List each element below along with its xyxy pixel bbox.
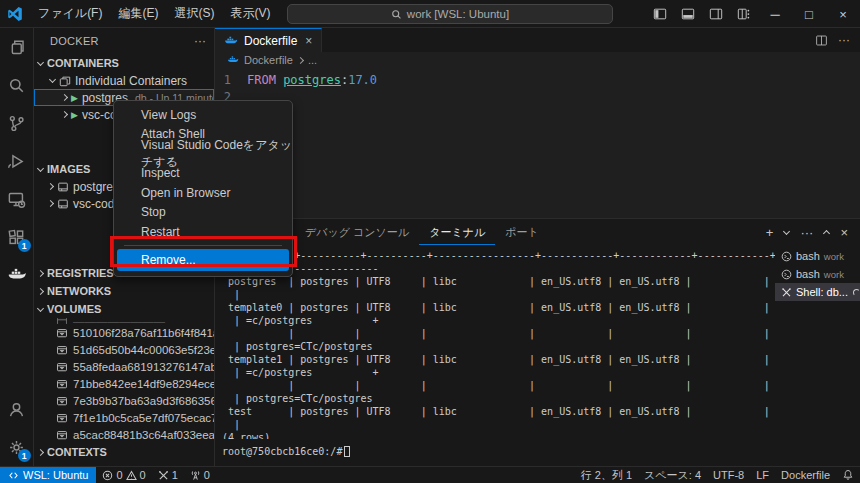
menu-view[interactable]: 表示(V) — [222, 3, 278, 25]
panel-tab-ports[interactable]: ポート — [495, 219, 549, 245]
notifications-bell-icon[interactable] — [836, 467, 860, 483]
run-debug-icon[interactable] — [0, 142, 34, 180]
eol-indicator[interactable]: LF — [750, 467, 775, 483]
toggle-sidebar-icon[interactable] — [646, 0, 674, 28]
volume-icon — [56, 327, 68, 339]
menu-item-attach-vscode[interactable]: Visual Studio Codeをアタッチする — [114, 144, 292, 164]
tree-item-volume[interactable]: 510106f28a76af11b6f4f841a5ec... — [34, 324, 214, 341]
chevron-right-icon — [37, 287, 44, 294]
settings-gear-icon[interactable]: 1 — [0, 428, 34, 466]
image-icon — [57, 181, 69, 193]
section-networks[interactable]: NETWORKS — [34, 282, 214, 300]
terminal-list-item-bash-1[interactable]: bash work — [775, 247, 860, 265]
indentation-indicator[interactable]: スペース: 4 — [638, 467, 707, 483]
container-group-icon — [59, 75, 71, 87]
chevron-right-icon — [61, 111, 68, 118]
sidebar-title: DOCKER — [50, 35, 194, 47]
toggle-secondary-sidebar-icon[interactable] — [702, 0, 730, 28]
bash-terminal-icon — [781, 269, 792, 280]
maximize-panel-icon[interactable] — [823, 230, 830, 237]
chevron-right-icon — [297, 56, 304, 63]
menu-file[interactable]: ファイル(F) — [30, 3, 110, 25]
account-icon[interactable] — [0, 390, 34, 428]
tree-item-volume-clipped[interactable]: ———————— — [34, 318, 214, 324]
chevron-right-icon — [37, 269, 44, 276]
menu-selection[interactable]: 選択(S) — [166, 3, 222, 25]
search-text: work [WSL: Ubuntu] — [407, 8, 509, 20]
chevron-down-icon — [37, 164, 44, 171]
tree-item-volume[interactable]: 51d65d50b44c00063e5f23ef84c... — [34, 341, 214, 358]
source-control-icon[interactable] — [0, 104, 34, 142]
panel-more-icon[interactable]: ··· — [800, 225, 813, 240]
extensions-icon[interactable]: 1 — [0, 218, 34, 256]
settings-badge: 1 — [18, 449, 31, 462]
code-image-link[interactable]: postgres — [283, 73, 341, 87]
tab-close-icon[interactable]: × — [305, 34, 312, 48]
image-icon — [57, 198, 69, 210]
ports-indicator[interactable]: 0 — [184, 467, 216, 483]
section-contexts[interactable]: CONTEXTS — [34, 443, 214, 461]
tree-item-volume[interactable]: a5cac88481b3c64af033eeacc0e... — [34, 426, 214, 443]
encoding-indicator[interactable]: UTF-8 — [707, 467, 750, 483]
tree-item-volume[interactable]: 7e3b9b37ba63a9d3f686356050... — [34, 392, 214, 409]
window-close-button[interactable]: × — [826, 0, 860, 28]
statusbar: WSL: Ubuntu 0 0 1 0 行 2、列 1 スペース — [0, 466, 860, 483]
terminal-output[interactable]: ------------+----------+----------+-----… — [215, 245, 775, 439]
search-view-icon[interactable] — [0, 66, 34, 104]
panel-tab-terminal[interactable]: ターミナル — [419, 219, 495, 245]
volume-icon — [56, 429, 68, 441]
tree-item-volume[interactable]: 55a8fedaa681913276147ab9e4... — [34, 358, 214, 375]
remote-icon — [8, 470, 19, 481]
line-col-indicator[interactable]: 行 2、列 1 — [575, 467, 638, 483]
warning-icon — [126, 470, 137, 481]
window-maximize-button[interactable]: □ — [792, 0, 826, 28]
red-annotation-box — [110, 236, 297, 267]
window-minimize-button[interactable]: ─ — [758, 0, 792, 28]
editor-code-area[interactable]: 1 FROM postgres:17.0 2 — [215, 68, 860, 218]
problems-indicator[interactable]: 0 0 — [96, 467, 151, 483]
editor-more-icon[interactable]: ··· — [838, 33, 850, 47]
menu-item-open-in-browser[interactable]: Open in Browser — [114, 183, 292, 203]
sidebar-more-icon[interactable]: ··· — [194, 34, 206, 48]
split-editor-icon[interactable] — [815, 34, 828, 47]
tree-item-individual-containers[interactable]: Individual Containers — [34, 72, 214, 89]
command-center-search[interactable]: work [WSL: Ubuntu] — [287, 4, 613, 24]
panel-tab-debug-console[interactable]: デバッグ コンソール — [295, 219, 419, 245]
tree-item-volume[interactable]: 71bbe842ee14df9e8294ece7ce... — [34, 375, 214, 392]
code-line-1: 1 FROM postgres:17.0 — [215, 72, 860, 89]
chevron-right-icon — [47, 200, 54, 207]
running-play-icon: ▶ — [71, 110, 78, 120]
terminal-list-item-bash-2[interactable]: bash work — [775, 265, 860, 283]
breadcrumb[interactable]: Dockerfile ... — [215, 52, 860, 68]
customize-layout-icon[interactable] — [730, 0, 758, 28]
docker-view-icon[interactable] — [0, 256, 34, 294]
terminal-dropdown-icon[interactable] — [783, 227, 790, 234]
tab-dockerfile[interactable]: Dockerfile × — [215, 28, 322, 52]
panel-tabbar: デバッグ コンソール ターミナル ポート + ··· × — [215, 219, 860, 245]
remote-indicator[interactable]: WSL: Ubuntu — [0, 467, 96, 483]
tree-item-volume[interactable]: 7f1e1b0c5ca5e7df075ecac74fcf... — [34, 409, 214, 426]
loading-spinner-icon — [853, 289, 860, 296]
menu-item-view-logs[interactable]: View Logs — [114, 105, 292, 125]
close-panel-icon[interactable]: × — [840, 225, 848, 240]
volume-icon — [56, 361, 68, 373]
explorer-icon[interactable] — [0, 28, 34, 66]
new-terminal-icon[interactable]: + — [766, 225, 774, 240]
volume-icon — [56, 344, 68, 356]
chevron-down-icon — [49, 76, 56, 83]
chevron-down-icon — [37, 304, 44, 311]
toggle-panel-icon[interactable] — [674, 0, 702, 28]
section-containers[interactable]: CONTAINERS — [34, 54, 214, 72]
menu-item-stop[interactable]: Stop — [114, 203, 292, 223]
terminal-list-item-shell-db[interactable]: Shell: db... — [775, 283, 860, 301]
vscode-logo-icon — [0, 6, 30, 22]
menu-edit[interactable]: 編集(E) — [110, 3, 166, 25]
language-mode-indicator[interactable]: Dockerfile — [775, 467, 836, 483]
volume-icon — [56, 378, 68, 390]
code-keyword: FROM — [247, 73, 276, 87]
radio-tower-icon — [190, 470, 201, 481]
tools-indicator[interactable]: 1 — [152, 467, 184, 483]
remote-explorer-icon[interactable] — [0, 180, 34, 218]
section-volumes[interactable]: VOLUMES — [34, 300, 214, 318]
terminal-prompt[interactable]: root@750cbcb16ce0:/# — [215, 445, 775, 458]
